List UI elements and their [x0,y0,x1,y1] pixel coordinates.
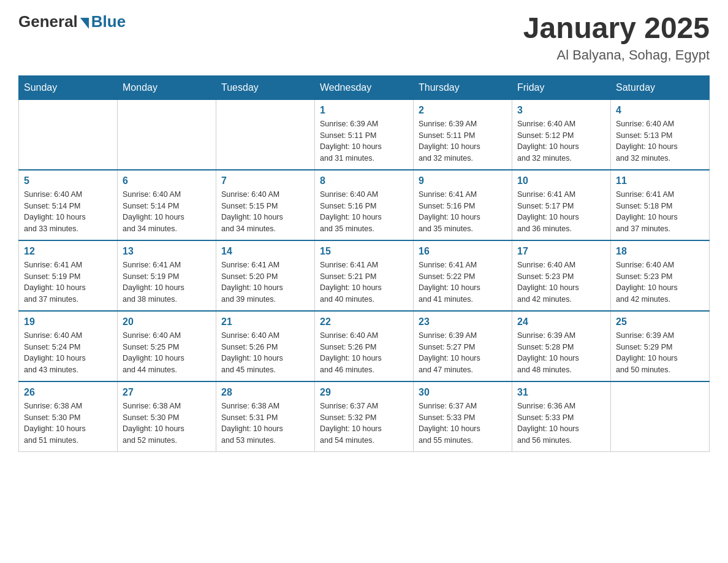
day-info: Sunrise: 6:40 AM Sunset: 5:26 PM Dayligh… [320,330,408,376]
day-info: Sunrise: 6:40 AM Sunset: 5:25 PM Dayligh… [123,330,211,376]
day-number: 18 [616,246,704,257]
day-number: 19 [24,316,112,327]
day-number: 5 [24,175,112,186]
day-number: 15 [320,246,408,257]
calendar-table: SundayMondayTuesdayWednesdayThursdayFrid… [18,75,710,452]
day-info: Sunrise: 6:40 AM Sunset: 5:14 PM Dayligh… [24,189,112,235]
weekday-header-tuesday: Tuesday [216,75,315,99]
day-info: Sunrise: 6:40 AM Sunset: 5:23 PM Dayligh… [517,259,605,305]
day-info: Sunrise: 6:41 AM Sunset: 5:22 PM Dayligh… [419,259,507,305]
day-number: 26 [24,387,112,398]
calendar-week-1: 1Sunrise: 6:39 AM Sunset: 5:11 PM Daylig… [19,99,710,170]
calendar-cell: 16Sunrise: 6:41 AM Sunset: 5:22 PM Dayli… [414,240,512,311]
calendar-cell [118,99,216,170]
day-info: Sunrise: 6:39 AM Sunset: 5:11 PM Dayligh… [419,118,507,164]
day-info: Sunrise: 6:41 AM Sunset: 5:19 PM Dayligh… [123,259,211,305]
title-section: January 2025 Al Balyana, Sohag, Egypt [523,12,710,63]
day-info: Sunrise: 6:38 AM Sunset: 5:30 PM Dayligh… [123,400,211,446]
day-info: Sunrise: 6:40 AM Sunset: 5:14 PM Dayligh… [123,189,211,235]
calendar-cell: 5Sunrise: 6:40 AM Sunset: 5:14 PM Daylig… [19,170,118,240]
day-number: 10 [517,175,605,186]
day-info: Sunrise: 6:38 AM Sunset: 5:31 PM Dayligh… [221,400,309,446]
day-number: 2 [419,105,507,116]
day-info: Sunrise: 6:38 AM Sunset: 5:30 PM Dayligh… [24,400,112,446]
logo-blue-text: Blue [91,12,126,31]
day-info: Sunrise: 6:36 AM Sunset: 5:33 PM Dayligh… [517,400,605,446]
day-info: Sunrise: 6:41 AM Sunset: 5:21 PM Dayligh… [320,259,408,305]
day-number: 16 [419,246,507,257]
calendar-cell: 1Sunrise: 6:39 AM Sunset: 5:11 PM Daylig… [315,99,414,170]
calendar-cell: 6Sunrise: 6:40 AM Sunset: 5:14 PM Daylig… [118,170,216,240]
calendar-cell: 29Sunrise: 6:37 AM Sunset: 5:32 PM Dayli… [315,381,414,452]
logo-general-text: General [18,12,78,31]
day-info: Sunrise: 6:40 AM Sunset: 5:16 PM Dayligh… [320,189,408,235]
day-number: 28 [221,387,309,398]
day-number: 22 [320,316,408,327]
day-number: 6 [123,175,211,186]
day-number: 24 [517,316,605,327]
calendar-cell [19,99,118,170]
weekday-header-saturday: Saturday [611,75,710,99]
calendar-cell: 23Sunrise: 6:39 AM Sunset: 5:27 PM Dayli… [414,311,512,381]
calendar-cell: 12Sunrise: 6:41 AM Sunset: 5:19 PM Dayli… [19,240,118,311]
calendar-cell: 10Sunrise: 6:41 AM Sunset: 5:17 PM Dayli… [512,170,611,240]
calendar-cell [611,381,710,452]
calendar-cell: 31Sunrise: 6:36 AM Sunset: 5:33 PM Dayli… [512,381,611,452]
weekday-header-sunday: Sunday [19,75,118,99]
calendar-week-4: 19Sunrise: 6:40 AM Sunset: 5:24 PM Dayli… [19,311,710,381]
day-info: Sunrise: 6:37 AM Sunset: 5:33 PM Dayligh… [419,400,507,446]
calendar-cell: 28Sunrise: 6:38 AM Sunset: 5:31 PM Dayli… [216,381,315,452]
day-number: 21 [221,316,309,327]
calendar-body: 1Sunrise: 6:39 AM Sunset: 5:11 PM Daylig… [19,99,710,451]
logo: General Blue [18,12,126,31]
day-number: 9 [419,175,507,186]
day-number: 3 [517,105,605,116]
day-number: 7 [221,175,309,186]
day-info: Sunrise: 6:39 AM Sunset: 5:29 PM Dayligh… [616,330,704,376]
day-info: Sunrise: 6:39 AM Sunset: 5:28 PM Dayligh… [517,330,605,376]
weekday-header-monday: Monday [118,75,216,99]
calendar-cell: 11Sunrise: 6:41 AM Sunset: 5:18 PM Dayli… [611,170,710,240]
day-info: Sunrise: 6:39 AM Sunset: 5:11 PM Dayligh… [320,118,408,164]
day-info: Sunrise: 6:41 AM Sunset: 5:16 PM Dayligh… [419,189,507,235]
day-info: Sunrise: 6:41 AM Sunset: 5:19 PM Dayligh… [24,259,112,305]
day-info: Sunrise: 6:40 AM Sunset: 5:15 PM Dayligh… [221,189,309,235]
day-number: 31 [517,387,605,398]
calendar-cell: 9Sunrise: 6:41 AM Sunset: 5:16 PM Daylig… [414,170,512,240]
day-number: 8 [320,175,408,186]
calendar-cell: 7Sunrise: 6:40 AM Sunset: 5:15 PM Daylig… [216,170,315,240]
day-number: 23 [419,316,507,327]
calendar-cell: 18Sunrise: 6:40 AM Sunset: 5:23 PM Dayli… [611,240,710,311]
calendar-cell: 13Sunrise: 6:41 AM Sunset: 5:19 PM Dayli… [118,240,216,311]
calendar-header-row: SundayMondayTuesdayWednesdayThursdayFrid… [19,75,710,99]
calendar-cell: 22Sunrise: 6:40 AM Sunset: 5:26 PM Dayli… [315,311,414,381]
day-info: Sunrise: 6:41 AM Sunset: 5:20 PM Dayligh… [221,259,309,305]
day-number: 1 [320,105,408,116]
day-number: 20 [123,316,211,327]
day-info: Sunrise: 6:40 AM Sunset: 5:12 PM Dayligh… [517,118,605,164]
calendar-cell: 8Sunrise: 6:40 AM Sunset: 5:16 PM Daylig… [315,170,414,240]
day-info: Sunrise: 6:37 AM Sunset: 5:32 PM Dayligh… [320,400,408,446]
day-number: 4 [616,105,704,116]
day-number: 29 [320,387,408,398]
day-number: 14 [221,246,309,257]
day-info: Sunrise: 6:40 AM Sunset: 5:13 PM Dayligh… [616,118,704,164]
calendar-cell: 19Sunrise: 6:40 AM Sunset: 5:24 PM Dayli… [19,311,118,381]
day-info: Sunrise: 6:39 AM Sunset: 5:27 PM Dayligh… [419,330,507,376]
weekday-header-thursday: Thursday [414,75,512,99]
calendar-cell: 30Sunrise: 6:37 AM Sunset: 5:33 PM Dayli… [414,381,512,452]
calendar-cell [216,99,315,170]
day-info: Sunrise: 6:40 AM Sunset: 5:24 PM Dayligh… [24,330,112,376]
page-header: General Blue January 2025 Al Balyana, So… [18,12,710,63]
calendar-cell: 3Sunrise: 6:40 AM Sunset: 5:12 PM Daylig… [512,99,611,170]
day-number: 25 [616,316,704,327]
day-info: Sunrise: 6:41 AM Sunset: 5:17 PM Dayligh… [517,189,605,235]
day-info: Sunrise: 6:40 AM Sunset: 5:26 PM Dayligh… [221,330,309,376]
calendar-cell: 17Sunrise: 6:40 AM Sunset: 5:23 PM Dayli… [512,240,611,311]
calendar-cell: 26Sunrise: 6:38 AM Sunset: 5:30 PM Dayli… [19,381,118,452]
calendar-cell: 25Sunrise: 6:39 AM Sunset: 5:29 PM Dayli… [611,311,710,381]
calendar-week-3: 12Sunrise: 6:41 AM Sunset: 5:19 PM Dayli… [19,240,710,311]
weekday-header-friday: Friday [512,75,611,99]
day-number: 30 [419,387,507,398]
logo-arrow-icon [80,18,89,29]
